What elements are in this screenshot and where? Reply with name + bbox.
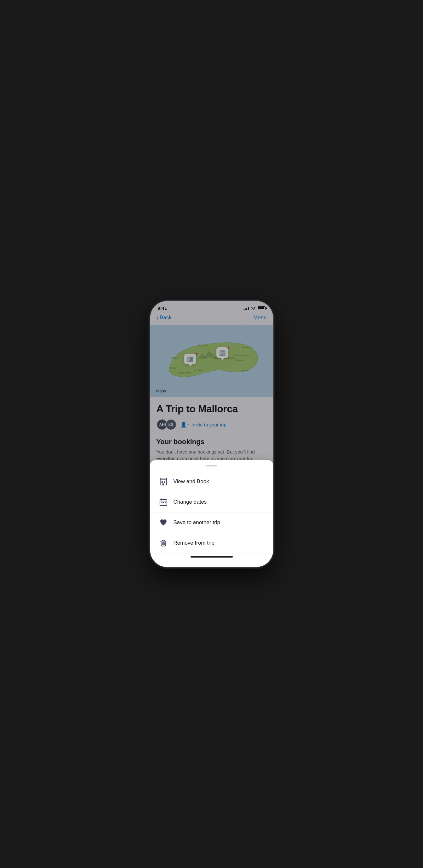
svg-rect-24 — [163, 502, 164, 503]
bottom-sheet: View and Book Change dates — [150, 460, 273, 567]
view-and-book-label: View and Book — [173, 478, 209, 485]
svg-rect-15 — [164, 480, 165, 482]
save-to-another-trip-label: Save to another trip — [173, 519, 220, 526]
building-icon — [159, 477, 168, 486]
svg-rect-17 — [164, 482, 165, 483]
svg-rect-16 — [162, 482, 163, 483]
save-to-another-trip-item[interactable]: Save to another trip — [150, 513, 273, 533]
calendar-icon — [159, 498, 168, 506]
home-indicator — [191, 556, 233, 558]
trash-icon — [159, 539, 168, 548]
heart-icon — [159, 518, 168, 527]
remove-from-trip-item[interactable]: Remove from trip — [150, 533, 273, 554]
phone-screen: 9:41 — [150, 301, 273, 567]
remove-from-trip-label: Remove from trip — [173, 540, 215, 546]
svg-rect-25 — [165, 502, 166, 503]
sheet-handle — [206, 465, 217, 466]
svg-rect-23 — [162, 502, 163, 503]
change-dates-label: Change dates — [173, 499, 207, 505]
phone-shell: 9:41 — [150, 301, 273, 567]
view-and-book-item[interactable]: View and Book — [150, 471, 273, 492]
svg-rect-14 — [162, 480, 163, 482]
change-dates-item[interactable]: Change dates — [150, 492, 273, 513]
svg-rect-18 — [163, 484, 164, 485]
